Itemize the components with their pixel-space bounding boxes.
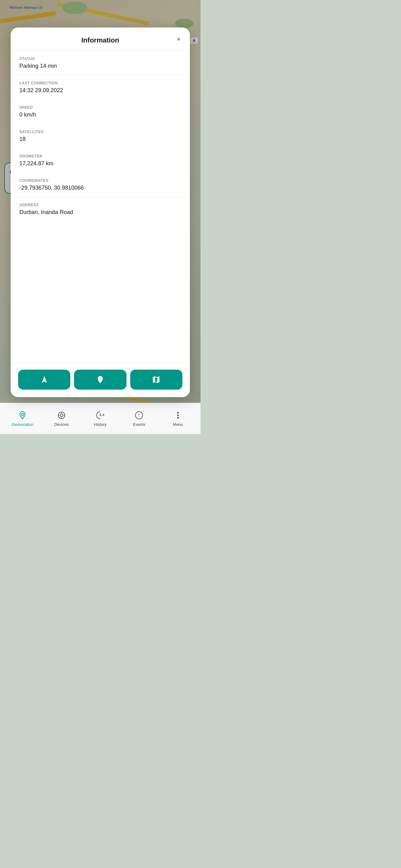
modal-footer — [11, 363, 190, 397]
location-icon — [96, 375, 105, 384]
svg-point-16 — [177, 415, 179, 416]
geolocation-icon — [18, 410, 28, 420]
devices-icon — [57, 410, 67, 420]
history-icon — [95, 410, 105, 420]
nav-label-devices: Devices — [54, 422, 68, 427]
status-value: Parking 14 min — [20, 63, 181, 69]
navigate-icon — [40, 375, 49, 384]
last-connection-value: 14:32 29.09.2022 — [20, 87, 181, 94]
events-icon — [134, 410, 144, 420]
svg-point-6 — [60, 414, 63, 416]
address-value: Durban, Inanda Road — [20, 209, 181, 216]
status-label: STATUS — [20, 57, 181, 61]
satellites-value: 18 — [20, 136, 181, 143]
navigate-button[interactable] — [18, 370, 70, 390]
nav-item-menu[interactable]: Menu — [159, 410, 197, 427]
nav-label-history: History — [94, 422, 106, 427]
nav-label-geolocation: Geolocation — [12, 422, 33, 427]
svg-point-5 — [22, 413, 24, 415]
speed-label: SPEED — [20, 105, 181, 110]
menu-icon — [173, 410, 183, 420]
info-row-status: STATUS Parking 14 min — [11, 51, 190, 75]
svg-point-15 — [177, 412, 179, 413]
nav-item-history[interactable]: History — [81, 410, 120, 427]
map-layers-button[interactable] — [130, 370, 182, 390]
address-label: ADDRESS — [20, 203, 181, 207]
speed-value: 0 km/h — [20, 112, 181, 118]
modal-body: STATUS Parking 14 min LAST CONNECTION 14… — [11, 51, 190, 363]
modal-header: Information × — [11, 28, 190, 51]
map-layers-icon — [152, 375, 161, 384]
close-button[interactable]: × — [174, 34, 183, 44]
nav-item-events[interactable]: Events — [120, 410, 158, 427]
location-button[interactable] — [74, 370, 126, 390]
nav-item-devices[interactable]: Devices — [42, 410, 80, 427]
svg-point-17 — [177, 417, 179, 418]
info-row-satellites: SATELLITES 18 — [11, 124, 190, 148]
satellites-label: SATELLITES — [20, 130, 181, 134]
coordinates-value: -29.7936750, 30.9810066 — [20, 185, 181, 191]
info-row-coordinates: COORDINATES -29.7936750, 30.9810066 — [11, 173, 190, 197]
info-row-last-connection: LAST CONNECTION 14:32 29.09.2022 — [11, 75, 190, 100]
modal-spacer — [11, 221, 190, 259]
info-row-speed: SPEED 0 km/h — [11, 100, 190, 124]
info-row-odometer: ODOMETER 17,224.87 km — [11, 148, 190, 173]
bottom-nav: Geolocation Devices History — [0, 403, 201, 434]
nav-item-geolocation[interactable]: Geolocation — [3, 410, 42, 427]
last-connection-label: LAST CONNECTION — [20, 81, 181, 85]
odometer-label: ODOMETER — [20, 154, 181, 158]
odometer-value: 17,224.87 km — [20, 160, 181, 167]
coordinates-label: COORDINATES — [20, 178, 181, 183]
nav-label-menu: Menu — [173, 422, 183, 427]
modal-title: Information — [81, 36, 119, 44]
info-modal: Information × STATUS Parking 14 min LAST… — [11, 28, 190, 397]
nav-label-events: Events — [133, 422, 145, 427]
info-row-address: ADDRESS Durban, Inanda Road — [11, 197, 190, 221]
